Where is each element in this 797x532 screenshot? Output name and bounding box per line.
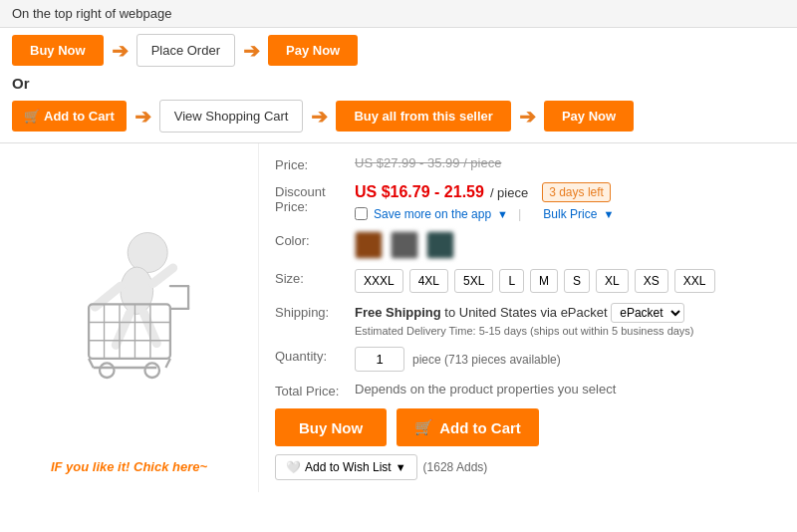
svg-point-1: [120, 267, 152, 314]
price-row: Price: US $27.99 - 35.99 / piece: [275, 155, 781, 172]
total-price-row: Total Price: Depends on the product prop…: [275, 382, 781, 399]
buy-now-main-button[interactable]: Buy Now: [275, 408, 387, 446]
flow-row-1: Buy Now ➔ Place Order ➔ Pay Now: [0, 28, 797, 73]
product-section: IF you like it! Chick here~ Price: US $2…: [0, 142, 797, 492]
size-xl[interactable]: XL: [596, 269, 629, 293]
cart-icon-small: 🛒: [24, 109, 40, 124]
size-m[interactable]: M: [530, 269, 558, 293]
arrow-icon-2: ➔: [243, 39, 260, 63]
product-details: Price: US $27.99 - 35.99 / piece Discoun…: [259, 143, 797, 492]
discount-value: US $16.79 - 21.59 / piece 3 days left Sa…: [355, 182, 781, 221]
heart-icon: 🤍: [286, 460, 301, 474]
wishlist-dropdown-icon: ▼: [396, 461, 406, 473]
discount-price: US $16.79 - 21.59: [355, 183, 484, 201]
color-swatch-2[interactable]: [391, 231, 418, 259]
pay-now-button-flow1[interactable]: Pay Now: [268, 35, 358, 66]
quantity-row: Quantity: 1 piece (713 pieces available): [275, 347, 781, 372]
cart-icon-main: 🛒: [414, 418, 433, 436]
original-price: US $27.99 - 35.99 / piece: [355, 155, 781, 170]
size-label: Size:: [275, 269, 355, 286]
add-to-cart-button-flow2[interactable]: 🛒 Add to Cart: [12, 101, 127, 132]
dropdown-arrow-icon: ▼: [497, 208, 508, 220]
shipping-label: Shipping:: [275, 303, 355, 320]
color-row: Color:: [275, 231, 781, 259]
arrow-icon-4: ➔: [311, 105, 328, 129]
price-label: Price:: [275, 155, 355, 172]
add-to-cart-main-button[interactable]: 🛒 Add to Cart: [397, 408, 539, 446]
save-app-row: Save more on the app ▼ | Bulk Price ▼: [355, 206, 781, 221]
size-s[interactable]: S: [564, 269, 590, 293]
size-5xl[interactable]: 5XL: [454, 269, 493, 293]
discount-label: DiscountPrice:: [275, 182, 355, 214]
save-app-text: Save more on the app: [374, 207, 491, 221]
price-value: US $27.99 - 35.99 / piece: [355, 155, 781, 170]
color-label: Color:: [275, 231, 355, 248]
save-app-checkbox[interactable]: [355, 207, 368, 220]
quantity-input[interactable]: 1: [355, 347, 404, 372]
shipping-method-select[interactable]: ePacket: [611, 303, 684, 323]
flow-row-2: 🛒 Add to Cart ➔ View Shopping Cart ➔ Buy…: [0, 94, 797, 138]
size-l[interactable]: L: [499, 269, 524, 293]
pay-now-button-flow2[interactable]: Pay Now: [544, 101, 634, 132]
buy-now-button-flow1[interactable]: Buy Now: [12, 35, 104, 66]
view-shopping-cart-button[interactable]: View Shopping Cart: [159, 100, 304, 133]
shipping-value: Free Shipping to United States via ePack…: [355, 303, 781, 337]
wishlist-count: (1628 Adds): [423, 460, 488, 474]
days-left-badge: 3 days left: [542, 182, 611, 202]
svg-point-16: [100, 363, 115, 378]
svg-point-0: [128, 233, 167, 273]
shipping-info: Free Shipping to United States via ePack…: [355, 303, 781, 323]
product-image-area: IF you like it! Chick here~: [0, 143, 259, 492]
svg-line-19: [165, 359, 170, 368]
top-instruction: On the top right of webpage: [0, 0, 797, 28]
size-xxl[interactable]: XXL: [674, 269, 715, 293]
add-to-cart-main-label: Add to Cart: [439, 419, 521, 436]
product-image: [30, 218, 229, 417]
total-price-label: Total Price:: [275, 382, 355, 399]
wishlist-row: 🤍 Add to Wish List ▼ (1628 Adds): [275, 454, 781, 480]
shipping-estimated: Estimated Delivery Time: 5-15 days (ship…: [355, 325, 781, 337]
size-value: XXXL 4XL 5XL L M S XL XS XXL: [355, 269, 781, 293]
buy-from-seller-button[interactable]: Buy all from this seller: [336, 101, 510, 132]
per-piece: / piece: [490, 185, 528, 200]
color-swatch-3[interactable]: [426, 231, 454, 259]
quantity-label: Quantity:: [275, 347, 355, 364]
or-label: Or: [0, 73, 797, 94]
size-buttons: XXXL 4XL 5XL L M S XL XS XXL: [355, 269, 781, 293]
quantity-value: 1 piece (713 pieces available): [355, 347, 781, 372]
shipping-free-text: Free Shipping: [355, 305, 441, 320]
shipping-row: Shipping: Free Shipping to United States…: [275, 303, 781, 337]
total-price-value: Depends on the product properties you se…: [355, 382, 781, 397]
size-row: Size: XXXL 4XL 5XL L M S XL XS XXL: [275, 269, 781, 293]
add-to-wishlist-button[interactable]: 🤍 Add to Wish List ▼: [275, 454, 417, 480]
svg-point-17: [144, 363, 159, 378]
color-value: [355, 231, 781, 259]
arrow-icon-3: ➔: [134, 105, 151, 129]
quantity-available: piece (713 pieces available): [412, 353, 561, 367]
discount-price-row: DiscountPrice: US $16.79 - 21.59 / piece…: [275, 182, 781, 221]
size-xxxl[interactable]: XXXL: [355, 269, 403, 293]
wish-label: IF you like it! Chick here~: [51, 459, 207, 474]
bulk-price-arrow-icon: ▼: [603, 208, 614, 220]
add-to-cart-label: Add to Cart: [44, 109, 115, 124]
action-buttons: Buy Now 🛒 Add to Cart: [275, 408, 781, 446]
wishlist-label: Add to Wish List: [305, 460, 392, 474]
place-order-button[interactable]: Place Order: [136, 34, 235, 67]
total-price-text: Depends on the product properties you se…: [355, 382, 616, 397]
svg-line-18: [89, 359, 94, 368]
size-4xl[interactable]: 4XL: [409, 269, 448, 293]
arrow-icon-1: ➔: [112, 39, 129, 63]
bulk-price-link[interactable]: Bulk Price: [543, 207, 597, 221]
instruction-text: On the top right of webpage: [12, 6, 171, 21]
color-swatch-1[interactable]: [355, 231, 383, 259]
shipping-destination: to United States via ePacket: [444, 305, 607, 320]
size-xs[interactable]: XS: [635, 269, 668, 293]
color-swatches: [355, 231, 781, 259]
arrow-icon-5: ➔: [519, 105, 536, 129]
